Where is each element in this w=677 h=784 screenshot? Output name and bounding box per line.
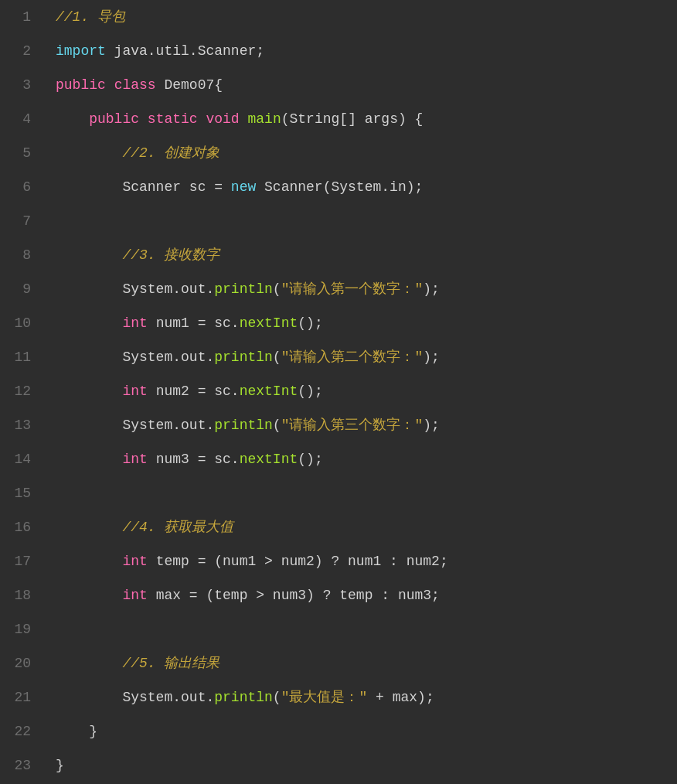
code-token: "请输入第一个数字：" xyxy=(281,281,424,297)
code-content: //1. 导包import java.util.Scanner;public c… xyxy=(43,0,677,784)
line-number: 7 xyxy=(12,204,31,238)
code-token xyxy=(56,656,122,671)
code-token: ); xyxy=(423,281,440,297)
code-line: //2. 创建对象 xyxy=(56,136,677,170)
line-number: 19 xyxy=(12,612,31,646)
code-token: println xyxy=(214,281,273,297)
line-number: 23 xyxy=(12,748,31,782)
line-number: 12 xyxy=(12,374,31,408)
line-number: 9 xyxy=(12,272,31,306)
code-token: temp = (num1 > num2) ? num1 : num2; xyxy=(148,554,448,569)
code-line: Scanner sc = new Scanner(System.in); xyxy=(56,170,677,204)
line-number: 11 xyxy=(12,340,31,374)
line-number: 22 xyxy=(12,714,31,748)
code-token xyxy=(56,554,122,569)
code-token: Demo07{ xyxy=(156,77,223,93)
code-token: ( xyxy=(273,418,281,433)
code-line: int num1 = sc.nextInt(); xyxy=(56,306,677,340)
code-token: (String[] args) { xyxy=(281,111,424,127)
code-token: import xyxy=(56,43,106,59)
line-number: 18 xyxy=(12,578,31,612)
code-token: println xyxy=(214,690,273,705)
code-token: } xyxy=(56,724,97,739)
code-token: + max); xyxy=(367,690,434,705)
code-line: System.out.println("请输入第二个数字："); xyxy=(56,340,677,374)
code-token: ( xyxy=(273,690,281,705)
code-line xyxy=(56,204,677,238)
code-token: int xyxy=(122,315,147,331)
code-token: //1. 导包 xyxy=(56,9,125,25)
code-line: System.out.println("最大值是：" + max); xyxy=(56,680,677,714)
code-line: int max = (temp > num3) ? temp : num3; xyxy=(56,578,677,612)
code-token xyxy=(56,588,122,603)
code-token: ); xyxy=(423,349,440,365)
line-number: 5 xyxy=(12,136,31,170)
code-line: public class Demo07{ xyxy=(56,68,677,102)
code-token: void xyxy=(206,111,239,127)
code-token xyxy=(56,247,122,263)
code-token: "请输入第二个数字：" xyxy=(281,349,424,365)
code-token: int xyxy=(122,383,147,399)
line-number: 3 xyxy=(12,68,31,102)
code-line: //1. 导包 xyxy=(56,0,677,34)
code-token: "请输入第三个数字：" xyxy=(281,418,424,433)
code-line: System.out.println("请输入第一个数字："); xyxy=(56,272,677,306)
code-token: nextInt xyxy=(240,383,298,399)
code-token: nextInt xyxy=(240,315,298,331)
code-token: ( xyxy=(273,281,281,297)
line-number: 2 xyxy=(12,34,31,68)
code-token: System.out. xyxy=(56,349,214,365)
line-number: 8 xyxy=(12,238,31,272)
code-token: ( xyxy=(273,349,281,365)
code-token: //4. 获取最大值 xyxy=(122,520,233,535)
code-editor: 1234567891011121314151617181920212223 //… xyxy=(0,0,677,784)
code-token: //5. 输出结果 xyxy=(122,656,219,671)
code-line: int num2 = sc.nextInt(); xyxy=(56,374,677,408)
code-token xyxy=(139,111,148,127)
code-line: import java.util.Scanner; xyxy=(56,34,677,68)
code-token: public xyxy=(56,77,106,93)
code-line: int num3 = sc.nextInt(); xyxy=(56,442,677,476)
code-line: //3. 接收数字 xyxy=(56,238,677,272)
code-token: int xyxy=(122,554,147,569)
code-token: println xyxy=(214,418,273,433)
code-token: nextInt xyxy=(240,452,298,467)
code-token: System.out. xyxy=(56,281,214,297)
code-token xyxy=(106,77,114,93)
code-token: Scanner sc = xyxy=(56,179,231,195)
code-token xyxy=(56,145,122,161)
line-number: 14 xyxy=(12,442,31,476)
line-number: 15 xyxy=(12,476,31,510)
code-token: int xyxy=(122,452,147,467)
code-token: } xyxy=(56,758,64,773)
code-line: //4. 获取最大值 xyxy=(56,510,677,544)
code-token: public xyxy=(89,111,139,127)
code-token: (); xyxy=(298,315,322,331)
code-token: main xyxy=(248,111,281,127)
code-line: int temp = (num1 > num2) ? num1 : num2; xyxy=(56,544,677,578)
code-token: static xyxy=(148,111,198,127)
code-token: num2 = sc. xyxy=(148,383,240,399)
code-token: System.out. xyxy=(56,690,214,705)
code-line: //5. 输出结果 xyxy=(56,646,677,680)
code-token: System.out. xyxy=(56,418,214,433)
code-token: max = (temp > num3) ? temp : num3; xyxy=(148,588,440,603)
code-line: System.out.println("请输入第三个数字："); xyxy=(56,408,677,442)
line-number-gutter: 1234567891011121314151617181920212223 xyxy=(0,0,43,784)
code-token xyxy=(56,315,122,331)
code-token: (); xyxy=(298,383,322,399)
line-number: 6 xyxy=(12,170,31,204)
code-line xyxy=(56,476,677,510)
code-token: class xyxy=(114,77,156,93)
code-token: num3 = sc. xyxy=(148,452,240,467)
code-line: public static void main(String[] args) { xyxy=(56,102,677,136)
line-number: 20 xyxy=(12,646,31,680)
code-token xyxy=(56,520,122,535)
code-token: println xyxy=(214,349,273,365)
code-token: "最大值是：" xyxy=(281,690,368,705)
code-token: Scanner(System.in); xyxy=(256,179,423,195)
code-token: (); xyxy=(298,452,322,467)
line-number: 13 xyxy=(12,408,31,442)
code-token: int xyxy=(122,588,147,603)
line-number: 4 xyxy=(12,102,31,136)
